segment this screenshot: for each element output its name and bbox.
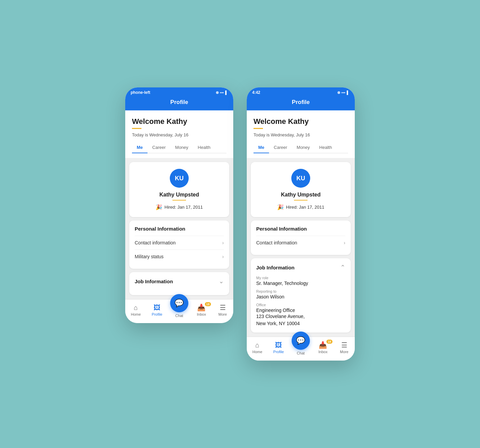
avatar-right: KU	[291, 169, 310, 188]
inbox-badge-right: 18	[326, 340, 332, 344]
profile-card-left: KU Kathy Umpsted 🎉 Hired: Jan 17, 2011	[129, 162, 229, 217]
nav-chat-btn-left[interactable]: 💬	[170, 294, 188, 312]
profile-icon-right: 🖼	[275, 341, 282, 349]
tab-money-left[interactable]: Money	[170, 142, 193, 153]
tab-money-right[interactable]: Money	[292, 142, 315, 153]
tab-health-left[interactable]: Health	[193, 142, 215, 153]
tabs-left: Me Career Money Health	[132, 142, 226, 153]
welcome-date-left: Today is Wednesday, July 16	[132, 132, 226, 137]
tab-career-left[interactable]: Career	[148, 142, 170, 153]
my-role-label-right: My role	[256, 276, 345, 280]
welcome-section-right: Welcome Kathy Today is Wednesday, July 1…	[247, 110, 355, 158]
contact-info-label-right: Contact information	[256, 240, 297, 245]
contact-info-row-left[interactable]: Contact information ›	[135, 236, 224, 249]
hire-icon-left: 🎉	[156, 204, 162, 210]
welcome-title-right: Welcome Kathy	[254, 117, 348, 126]
nav-home-label-left: Home	[131, 312, 141, 316]
nav-profile-left[interactable]: 🖼 Profile	[149, 304, 165, 316]
profile-card-right: KU Kathy Umpsted 🎉 Hired: Jan 17, 2011	[251, 162, 351, 217]
app-title-left: Profile	[170, 99, 188, 105]
phone-body-left: Welcome Kathy Today is Wednesday, July 1…	[125, 110, 233, 299]
job-info-header-right[interactable]: Job Information ⌃	[256, 264, 345, 271]
content-area-left: KU Kathy Umpsted 🎉 Hired: Jan 17, 2011 P…	[125, 158, 233, 299]
personal-info-card-right: Personal Information Contact information…	[251, 220, 351, 255]
reporting-value-right: Jason Wilson	[256, 294, 345, 299]
job-info-title-right: Job Information	[256, 265, 294, 270]
tab-career-right[interactable]: Career	[269, 142, 292, 153]
tab-me-left[interactable]: Me	[132, 142, 148, 153]
wifi-icon-right: ⊗	[337, 90, 340, 95]
profile-name-underline-right	[294, 200, 308, 201]
hire-icon-right: 🎉	[277, 204, 284, 210]
hire-date-right: 🎉 Hired: Jan 17, 2011	[277, 204, 324, 210]
nav-home-right[interactable]: ⌂ Home	[249, 341, 265, 354]
nav-chat-wrapper-right: 💬 Chat	[292, 340, 310, 355]
hire-date-text-left: Hired: Jan 17, 2011	[164, 205, 203, 210]
nav-chat-btn-right[interactable]: 💬	[292, 332, 310, 350]
nav-more-right[interactable]: ☰ More	[336, 341, 352, 354]
avatar-left: KU	[170, 169, 189, 188]
signal-icon-right: ▪▪▪	[342, 90, 346, 95]
personal-info-title-left: Personal Information	[135, 226, 224, 232]
nav-inbox-right[interactable]: 📥 18 Inbox	[315, 341, 331, 354]
nav-home-left[interactable]: ⌂ Home	[128, 304, 144, 316]
nav-more-label-left: More	[218, 312, 227, 316]
contact-info-chevron-left: ›	[222, 240, 224, 245]
tab-me-right[interactable]: Me	[254, 142, 269, 153]
status-bar-left: phone-left ⊗ ▪▪▪ ▌	[125, 87, 233, 96]
military-status-label-left: Military status	[135, 254, 164, 259]
military-status-row-left[interactable]: Military status ›	[135, 249, 224, 263]
inbox-icon-left: 📥	[197, 304, 206, 312]
nav-profile-label-left: Profile	[152, 312, 162, 316]
nav-inbox-label-right: Inbox	[318, 350, 327, 354]
reporting-label-right: Reporting to	[256, 289, 345, 293]
status-icons-right: ⊗ ▪▪▪ ▌	[337, 90, 350, 95]
phone-right: 4:42 ⊗ ▪▪▪ ▌ Profile Welcome Kathy Today…	[247, 87, 355, 361]
job-info-chevron-right: ⌃	[340, 264, 345, 271]
nav-home-label-right: Home	[252, 350, 262, 354]
battery-icon-right: ▌	[347, 90, 349, 95]
military-status-chevron-left: ›	[222, 254, 224, 259]
page-wrapper: phone-left ⊗ ▪▪▪ ▌ Profile Welcome Kathy…	[125, 87, 355, 361]
job-info-chevron-left: ⌄	[219, 278, 224, 285]
job-info-header-left[interactable]: Job Information ⌄	[135, 278, 224, 285]
job-info-card-left: Job Information ⌄	[129, 272, 229, 295]
bottom-nav-left: ⌂ Home 🖼 Profile 💬 Chat 📥 18 Inbox ☰ Mor…	[125, 299, 233, 323]
status-time-right: 4:42	[252, 90, 260, 95]
inbox-icon-right: 📥	[319, 341, 327, 349]
nav-more-label-right: More	[340, 350, 348, 354]
battery-icon: ▌	[225, 90, 228, 95]
phone-left: phone-left ⊗ ▪▪▪ ▌ Profile Welcome Kathy…	[125, 87, 233, 323]
welcome-title-left: Welcome Kathy	[132, 117, 226, 126]
nav-profile-label-right: Profile	[273, 350, 284, 354]
app-title-right: Profile	[292, 99, 310, 105]
bottom-nav-right: ⌂ Home 🖼 Profile 💬 Chat 📥 18 Inbox ☰ Mor…	[247, 337, 355, 361]
chat-icon-left: 💬	[175, 299, 184, 308]
more-icon-left: ☰	[220, 304, 226, 312]
nav-chat-label-left: Chat	[175, 314, 183, 318]
welcome-section-left: Welcome Kathy Today is Wednesday, July 1…	[125, 110, 233, 158]
nav-profile-right[interactable]: 🖼 Profile	[270, 341, 287, 354]
nav-more-left[interactable]: ☰ More	[215, 304, 231, 316]
profile-name-underline-left	[172, 200, 186, 201]
welcome-underline-left	[132, 128, 141, 129]
my-role-value-right: Sr. Manager, Technology	[256, 281, 345, 286]
contact-info-row-right[interactable]: Contact information ›	[256, 236, 345, 249]
status-icons-left: ⊗ ▪▪▪ ▌	[216, 90, 228, 95]
profile-name-right: Kathy Umpsted	[281, 192, 320, 198]
signal-icon: ▪▪▪	[220, 90, 224, 95]
office-address-right: 123 Clovelane Avenue,New York, NY 10004	[256, 313, 345, 327]
app-header-right: Profile	[247, 96, 355, 110]
home-icon-right: ⌂	[255, 341, 259, 349]
nav-chat-wrapper-left: 💬 Chat	[170, 302, 188, 318]
nav-inbox-left[interactable]: 📥 18 Inbox	[193, 304, 210, 316]
welcome-date-right: Today is Wednesday, July 16	[254, 132, 348, 137]
office-label-right: Office	[256, 303, 345, 307]
job-info-details-right: My role Sr. Manager, Technology Reportin…	[256, 276, 345, 327]
contact-info-label-left: Contact information	[135, 240, 176, 245]
personal-info-card-left: Personal Information Contact information…	[129, 220, 229, 269]
status-time-left: phone-left	[131, 90, 150, 95]
content-area-right: KU Kathy Umpsted 🎉 Hired: Jan 17, 2011 P…	[247, 158, 355, 337]
tabs-right: Me Career Money Health	[254, 142, 348, 153]
tab-health-right[interactable]: Health	[315, 142, 337, 153]
